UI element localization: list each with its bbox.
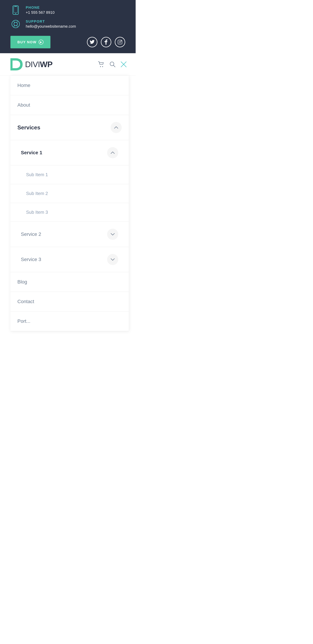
site-header: DIVI WP [0,53,136,76]
support-contact-text: SUPPORT hello@yourwebsitename.com [26,20,76,29]
phone-icon [12,6,20,15]
instagram-button[interactable] [115,37,125,47]
nav-sub-item-service1-label: Service 1 [21,150,42,156]
nav-item-portfolio[interactable]: Port... [10,312,129,331]
service3-toggle-button[interactable] [107,254,118,265]
nav-sub-sub-item-1[interactable]: Sub Item 1 [10,166,129,184]
svg-point-12 [121,41,122,41]
service2-chevron-down-icon [110,232,115,236]
close-icon[interactable] [120,61,127,68]
twitter-button[interactable] [87,37,98,47]
logo-d-svg [9,58,24,71]
instagram-icon [118,40,122,44]
svg-rect-3 [14,6,17,6]
service1-toggle-button[interactable] [107,147,118,158]
nav-sub-item-service2-label: Service 2 [21,232,41,237]
svg-point-11 [119,41,121,43]
support-icon-wrap [10,19,21,29]
svg-point-13 [100,66,101,67]
nav-sub-sub-item-3-label: Sub Item 3 [26,210,48,215]
support-icon [11,19,20,29]
support-value: hello@yourwebsitename.com [26,24,76,29]
nav-sub-sub-item-2-label: Sub Item 2 [26,191,48,196]
service2-toggle-button[interactable] [107,229,118,240]
phone-label: PHONE [26,6,54,10]
buy-now-arrow-icon: ▶ [38,40,44,44]
nav-sub-item-service2[interactable]: Service 2 [10,222,129,247]
cart-icon[interactable] [98,62,105,67]
svg-line-7 [17,21,18,23]
nav-sub-sub-item-3[interactable]: Sub Item 3 [10,203,129,222]
nav-sub-item-service1[interactable]: Service 1 [10,140,129,166]
logo-d-mark [9,58,24,71]
phone-contact-text: PHONE +1 555 567 8910 [26,6,54,15]
nav-item-home[interactable]: Home [10,76,129,95]
topbar-bottom-row: BUY NOW ▶ [10,36,125,48]
nav-sub-sub-item-2[interactable]: Sub Item 2 [10,184,129,203]
nav-item-about-label: About [18,102,30,108]
social-icons-group [87,37,125,47]
facebook-icon [104,40,108,45]
header-icons-group [98,61,127,68]
svg-rect-1 [14,6,18,12]
buy-now-button[interactable]: BUY NOW ▶ [10,36,50,48]
nav-item-blog[interactable]: Blog [10,272,129,292]
phone-row: PHONE +1 555 567 8910 [10,5,125,15]
top-bar: PHONE +1 555 567 8910 SUPPORT hello@your… [0,0,136,53]
nav-item-about[interactable]: About [10,95,129,115]
twitter-icon [90,40,94,44]
nav-item-portfolio-label: Port... [18,318,30,324]
nav-menu: Home About Services Service 1 [10,76,129,331]
nav-item-contact-label: Contact [18,299,34,304]
logo: DIVI WP [9,58,52,71]
nav-item-contact[interactable]: Contact [10,292,129,312]
logo-divi-text: DIVI [25,60,40,69]
svg-point-4 [12,20,20,28]
svg-point-2 [15,13,16,14]
nav-menu-container: Home About Services Service 1 [0,76,136,331]
phone-icon-wrap [10,5,21,15]
nav-sub-sub-item-1-label: Sub Item 1 [26,172,48,178]
facebook-button[interactable] [101,37,111,47]
nav-item-blog-label: Blog [18,279,27,285]
svg-line-16 [114,65,115,67]
service1-chevron-up-icon [110,150,115,155]
services-toggle-button[interactable] [110,122,122,133]
logo-wp-text: WP [40,60,52,69]
svg-line-6 [14,21,14,23]
service3-chevron-down-icon [110,258,115,262]
nav-sub-item-service3-label: Service 3 [21,257,41,262]
nav-item-services-label: Services [18,124,40,131]
search-icon[interactable] [110,62,116,67]
support-row: SUPPORT hello@yourwebsitename.com [10,19,125,29]
phone-value: +1 555 567 8910 [26,10,54,15]
svg-line-8 [14,25,14,27]
nav-item-home-label: Home [18,82,30,88]
logo-wordmark: DIVI WP [25,60,52,69]
chevron-up-icon [114,126,118,130]
nav-item-services[interactable]: Services [10,115,129,140]
svg-line-9 [17,25,18,27]
svg-point-14 [102,66,103,67]
support-label: SUPPORT [26,20,76,24]
nav-sub-item-service3[interactable]: Service 3 [10,247,129,272]
